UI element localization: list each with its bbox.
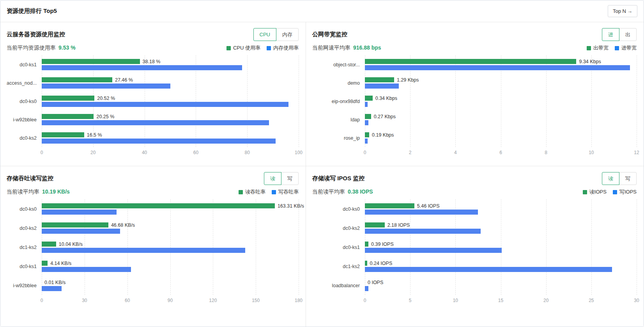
gridline	[637, 199, 637, 295]
chart-row: demo1.29 Kbps	[312, 74, 637, 92]
blue-bar	[42, 65, 242, 70]
chart-row: dc0-ks10.39 IOPS	[312, 238, 637, 257]
x-axis: 051015202530	[365, 295, 637, 304]
stat-value: 0.38 IOPS	[348, 188, 373, 195]
green-swatch-icon	[583, 190, 587, 194]
category-label: dc0-ks0	[7, 99, 42, 104]
green-bar	[42, 77, 112, 82]
category-label: dc0-ks0	[312, 206, 365, 212]
stat-value: 916.88 bps	[353, 44, 381, 51]
toggle-group: CPU内存	[253, 28, 299, 41]
green-swatch-icon	[239, 190, 243, 194]
x-axis-tick: 10	[589, 150, 594, 155]
panel-title: 云服务器资源使用监控	[7, 31, 65, 38]
bar-value-label: 20.25 %	[96, 114, 114, 119]
green-bar-line: 16.5 %	[42, 132, 299, 137]
legend-item-blue[interactable]: 写IOPS	[613, 188, 637, 195]
green-bar	[42, 242, 56, 247]
bar-value-label: 2.18 IOPS	[387, 222, 410, 228]
green-bar	[42, 59, 140, 64]
x-axis-tick: 0	[364, 150, 366, 155]
current-average-stat: 当前读平均率0.38 IOPS	[312, 188, 373, 195]
toggle-option-3-1[interactable]: 写	[619, 172, 637, 185]
x-axis-tick: 0	[41, 298, 43, 303]
chart-row: dc0-ks0163.31 KB/s	[7, 199, 299, 219]
chart-row: i-w92bblee20.25 %	[7, 110, 299, 129]
legend-item-green[interactable]: CPU 使用率	[226, 44, 260, 52]
chart-row: dc1-ks210.04 KB/s	[7, 238, 299, 257]
chart-row: rose_ip0.19 Kbps	[312, 129, 637, 147]
legend-item-green[interactable]: 出带宽	[587, 44, 609, 52]
toggle-option-1-0[interactable]: 进	[602, 28, 619, 41]
dashboard-card: 资源使用排行 Top5 Top N → 云服务器资源使用监控CPU内存当前平均资…	[0, 0, 644, 327]
x-axis-tick: 60	[125, 298, 130, 303]
panel-title: 存储读写 IPOS 监控	[312, 175, 364, 182]
bar-pair: 38.18 %	[42, 59, 299, 70]
green-bar-line: 0.39 IOPS	[365, 242, 637, 247]
bar-value-label: 0.19 Kbps	[372, 132, 394, 138]
bar-value-label: 163.31 KB/s	[278, 203, 304, 209]
legend: 读IOPS写IOPS	[583, 188, 637, 195]
blue-swatch-icon	[615, 46, 619, 50]
legend-item-green[interactable]: 读吞吐率	[239, 188, 265, 195]
green-bar	[365, 222, 385, 227]
legend-item-green[interactable]: 读IOPS	[583, 188, 607, 195]
blue-bar	[365, 84, 399, 89]
toggle-option-0-1[interactable]: 内存	[276, 28, 299, 41]
toggle-option-1-1[interactable]: 出	[619, 28, 637, 41]
green-bar-line: 0.19 Kbps	[365, 132, 637, 137]
x-axis-tick: 100	[295, 150, 303, 155]
category-label: i-w92bblee	[7, 283, 42, 288]
bar-value-label: 1.29 Kbps	[397, 77, 419, 83]
green-bar-line: 0.34 Kbps	[365, 96, 637, 101]
legend-item-blue[interactable]: 进带宽	[615, 44, 637, 52]
panel-header: 公网带宽监控进出	[312, 28, 637, 41]
blue-swatch-icon	[267, 46, 271, 50]
bar-pair: 5.46 IOPS	[365, 203, 637, 215]
green-bar	[42, 203, 275, 208]
bar-value-label: 0.39 IOPS	[371, 242, 394, 247]
bar-value-label: 5.46 IOPS	[417, 203, 440, 209]
category-label: object-stor...	[312, 62, 365, 68]
stat-row: 当前读平均率0.38 IOPS读IOPS写IOPS	[312, 188, 637, 195]
panel-storage-throughput: 存储吞吐读写监控读写当前读平均率10.19 KB/s读吞吐率写吞吐率dc0-ks…	[0, 166, 306, 327]
x-axis-tick: 15	[498, 298, 503, 303]
chart-row: dc0-ks138.18 %	[7, 55, 299, 74]
bar-value-label: 10.04 KB/s	[59, 242, 83, 247]
bar-value-label: 0 IOPS	[368, 280, 383, 285]
x-axis-tick: 150	[252, 298, 260, 303]
green-bar-line: 0.01 KB/s	[42, 280, 299, 285]
chart-row: dc0-ks14.14 KB/s	[7, 257, 299, 276]
toggle-option-0-0[interactable]: CPU	[253, 28, 276, 41]
legend-item-blue[interactable]: 内存使用率	[267, 44, 299, 52]
bar-pair: 0.01 KB/s	[42, 280, 299, 291]
bar-pair: 0.34 Kbps	[365, 96, 637, 107]
top-n-button[interactable]: Top N →	[608, 5, 637, 17]
bar-pair: 4.14 KB/s	[42, 261, 299, 272]
stat-value: 9.53 %	[58, 44, 76, 51]
chart-row: access_nod...27.46 %	[7, 74, 299, 92]
green-bar-line: 0.24 IOPS	[365, 261, 637, 266]
x-axis: 020406080100	[42, 147, 299, 156]
x-axis-tick: 8	[545, 150, 547, 155]
chart-row: i-w92bblee0.01 KB/s	[7, 276, 299, 295]
x-axis-tick: 10	[453, 298, 458, 303]
toggle-option-2-0[interactable]: 读	[264, 172, 281, 185]
x-axis-tick: 0	[41, 150, 43, 155]
green-bar-line: 5.46 IOPS	[365, 203, 637, 208]
bar-pair: 20.25 %	[42, 114, 299, 125]
legend-item-blue[interactable]: 写吞吐率	[272, 188, 299, 195]
legend-label: 写IOPS	[619, 188, 637, 195]
blue-bar	[42, 210, 117, 215]
bar-value-label: 0.34 Kbps	[375, 96, 397, 101]
blue-bar	[365, 286, 368, 291]
toggle-group: 读写	[264, 172, 299, 185]
stat-row: 当前网速平均率916.88 bps出带宽进带宽	[312, 44, 637, 52]
current-average-stat: 当前读平均率10.19 KB/s	[7, 188, 70, 195]
green-bar-line: 0 IOPS	[365, 280, 637, 285]
category-label: rose_ip	[312, 135, 365, 141]
panel-header: 存储吞吐读写监控读写	[7, 172, 299, 185]
toggle-option-3-0[interactable]: 读	[602, 172, 619, 185]
blue-bar	[365, 120, 368, 125]
toggle-option-2-1[interactable]: 写	[281, 172, 299, 185]
